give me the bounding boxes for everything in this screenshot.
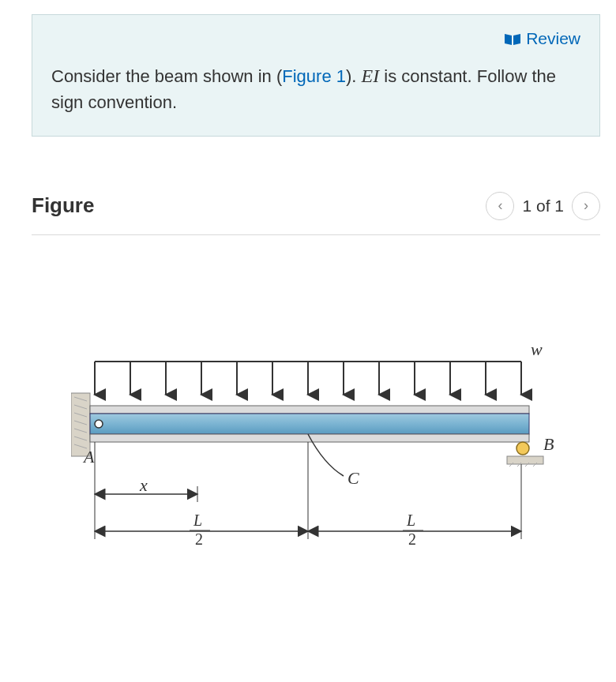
label-x: x: [139, 475, 148, 495]
problem-prompt: Consider the beam shown in (Figure 1). E…: [51, 62, 580, 115]
svg-text:L: L: [406, 512, 415, 529]
figure-title: Figure: [32, 193, 94, 218]
figure-link[interactable]: Figure 1: [282, 66, 346, 86]
beam-diagram: w C: [71, 338, 584, 575]
svg-rect-22: [90, 406, 529, 414]
frac-L2-left: L 2: [190, 512, 210, 548]
prev-figure-button[interactable]: ‹: [486, 192, 514, 220]
beam-svg: w C: [71, 338, 577, 575]
figure-counter: 1 of 1: [522, 197, 564, 215]
chevron-left-icon: ‹: [498, 197, 502, 214]
load-label-w: w: [531, 339, 543, 359]
distributed-load-arrows: [95, 362, 521, 395]
review-row: Review: [51, 29, 580, 48]
chevron-right-icon: ›: [584, 197, 588, 214]
svg-text:2: 2: [408, 530, 416, 548]
pin-A: [95, 420, 103, 428]
figure-nav: ‹ 1 of 1 ›: [486, 192, 600, 220]
review-link[interactable]: Review: [504, 29, 580, 47]
svg-text:L: L: [193, 512, 202, 529]
book-icon: [504, 33, 521, 46]
label-C: C: [347, 468, 359, 488]
prompt-part1: Consider the beam shown in (: [51, 66, 282, 86]
label-A: A: [82, 447, 95, 467]
problem-info-box: Review Consider the beam shown in (Figur…: [32, 14, 600, 137]
figure-header: Figure ‹ 1 of 1 ›: [32, 192, 600, 235]
review-label: Review: [526, 29, 580, 47]
prompt-part2: ).: [346, 66, 362, 86]
svg-text:2: 2: [195, 530, 203, 548]
svg-rect-23: [90, 414, 529, 434]
label-B: B: [543, 434, 554, 454]
next-figure-button[interactable]: ›: [572, 192, 600, 220]
roller-support-B: [507, 442, 543, 467]
ei-symbol: EI: [362, 66, 380, 86]
frac-L2-right: L 2: [403, 512, 423, 548]
svg-point-25: [516, 442, 529, 455]
